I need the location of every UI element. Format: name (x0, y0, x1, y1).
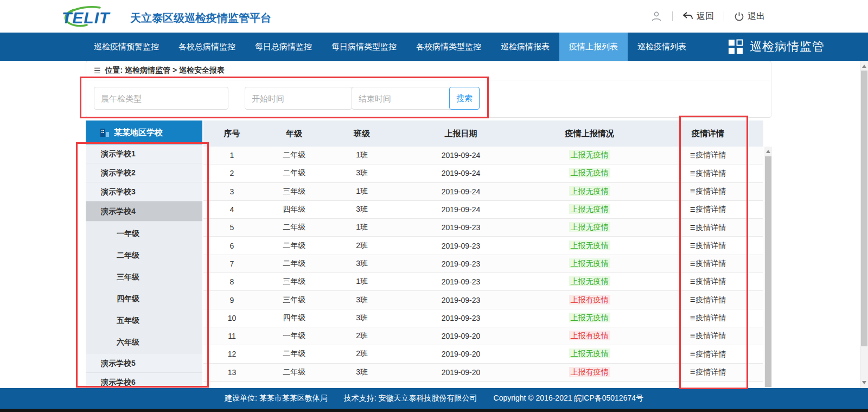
detail-link[interactable]: ☰疫情详情 (690, 187, 726, 197)
end-time-input[interactable] (352, 87, 459, 110)
table-scrollbar-thumb[interactable] (765, 156, 771, 387)
sidebar-item-school[interactable]: 演示学校3 (86, 182, 202, 201)
user-icon[interactable] (650, 10, 662, 22)
cell-detail: ☰疫情详情 (653, 150, 763, 161)
nav-item[interactable]: 巡检病情报表 (491, 33, 559, 61)
sidebar-item-grade[interactable]: 二年级 (86, 244, 202, 266)
detail-link[interactable]: ☰疫情详情 (690, 223, 726, 233)
nav-item[interactable]: 各校病情类型监控 (406, 33, 491, 61)
detail-label: 疫情详情 (696, 331, 726, 341)
check-type-input[interactable] (94, 87, 228, 110)
col-header-date: 上报日期 (396, 129, 526, 139)
power-icon (734, 11, 744, 22)
sidebar-item-grade[interactable]: 六年级 (86, 331, 202, 353)
building-icon (100, 128, 110, 137)
detail-link[interactable]: ☰疫情详情 (690, 367, 726, 377)
detail-label: 疫情详情 (696, 187, 726, 197)
cell-grade: 二年级 (260, 150, 328, 160)
cell-date: 2019-09-23 (396, 277, 526, 286)
detail-link[interactable]: ☰疫情详情 (690, 241, 726, 251)
back-button[interactable]: 返回 (682, 11, 714, 22)
scroll-up-icon[interactable] (766, 150, 770, 153)
status-badge: 上报无疫情 (569, 313, 610, 322)
sidebar-item-grade[interactable]: 五年级 (86, 309, 202, 331)
cell-detail: ☰疫情详情 (653, 223, 763, 233)
cell-status: 上报无疫情 (526, 259, 653, 269)
sidebar-item-grade[interactable]: 四年级 (86, 288, 202, 309)
col-header-status: 疫情上报情况 (526, 129, 653, 139)
table-scrollbar[interactable] (764, 147, 772, 387)
table-row: 6二年级2班2019-09-23上报无疫情☰疫情详情 (203, 237, 763, 255)
start-time-input[interactable] (245, 87, 352, 110)
hamburger-icon: ☰ (690, 224, 695, 231)
nav-item[interactable]: 每日总病情监控 (245, 33, 322, 61)
table-row: 11一年级2班2019-09-20上报有疫情☰疫情详情 (203, 327, 763, 345)
detail-label: 疫情详情 (696, 313, 726, 323)
sidebar-item-school[interactable]: 演示学校4 (86, 201, 202, 221)
grid-icon (728, 39, 743, 54)
nav-item[interactable]: 疫情上报列表 (559, 33, 628, 61)
content-card: ☰ 位置: 巡检病情监管 > 巡检安全报表 搜索 (86, 61, 771, 118)
cell-status: 上报无疫情 (526, 187, 653, 197)
cell-class: 1班 (328, 223, 396, 232)
scroll-down-icon[interactable] (862, 381, 866, 384)
scroll-up-icon[interactable] (862, 65, 866, 68)
table-body: 1二年级1班2019-09-24上报无疫情☰疫情详情2二年级3班2019-09-… (203, 147, 763, 382)
detail-link[interactable]: ☰疫情详情 (690, 205, 726, 214)
table-row: 5二年级1班2019-09-23上报无疫情☰疫情详情 (203, 219, 763, 237)
hamburger-icon: ☰ (690, 206, 695, 213)
detail-link[interactable]: ☰疫情详情 (690, 150, 726, 160)
status-badge: 上报无疫情 (569, 276, 610, 286)
cell-no: 4 (203, 205, 260, 214)
cell-status: 上报无疫情 (526, 241, 653, 251)
detail-link[interactable]: ☰疫情详情 (690, 277, 726, 287)
sidebar-item-grade[interactable]: 一年级 (86, 223, 202, 244)
sidebar-item-school[interactable]: 演示学校5 (86, 354, 202, 373)
table-row: 7二年级3班2019-09-23上报无疫情☰疫情详情 (203, 255, 763, 273)
sidebar-header[interactable]: 某某地区学校 (86, 121, 202, 144)
cell-class: 3班 (328, 313, 396, 323)
sidebar-item-school[interactable]: 演示学校1 (86, 144, 202, 163)
search-button[interactable]: 搜索 (449, 87, 480, 110)
detail-link[interactable]: ☰疫情详情 (690, 169, 726, 179)
detail-link[interactable]: ☰疫情详情 (690, 313, 726, 323)
nav-item[interactable]: 巡检疫情预警监控 (84, 33, 169, 61)
cell-grade: 四年级 (260, 205, 328, 214)
nav-item[interactable]: 每日病情类型监控 (322, 33, 406, 61)
detail-label: 疫情详情 (696, 350, 726, 359)
cell-date: 2019-09-23 (396, 314, 526, 322)
page: TELIT 天立泰区级巡检疫情监管平台 返回 (0, 0, 868, 412)
cell-class: 1班 (328, 150, 396, 160)
cell-status: 上报无疫情 (526, 313, 653, 323)
logout-button[interactable]: 退出 (734, 11, 765, 22)
status-badge: 上报无疫情 (569, 168, 610, 178)
nav-item[interactable]: 巡检疫情列表 (628, 33, 696, 61)
nav-menu: 巡检疫情预警监控各校总病情监控每日总病情监控每日病情类型监控各校病情类型监控巡检… (84, 33, 696, 61)
detail-link[interactable]: ☰疫情详情 (690, 295, 726, 305)
status-badge: 上报有疫情 (569, 331, 610, 340)
sidebar-item-grade[interactable]: 三年级 (86, 266, 202, 288)
detail-link[interactable]: ☰疫情详情 (690, 331, 726, 341)
cell-status: 上报有疫情 (526, 367, 653, 377)
cell-status: 上报无疫情 (526, 150, 653, 160)
page-scrollbar-thumb[interactable] (861, 71, 867, 346)
footer-copyright: Copyright © 2016-2021 皖ICP备05012674号 (494, 394, 643, 403)
cell-grade: 二年级 (260, 168, 328, 178)
hamburger-icon: ☰ (690, 369, 695, 376)
cell-grade: 二年级 (260, 223, 328, 232)
cell-status: 上报无疫情 (526, 349, 653, 359)
detail-link[interactable]: ☰疫情详情 (690, 259, 726, 269)
detail-link[interactable]: ☰疫情详情 (690, 350, 726, 359)
nav-item[interactable]: 各校总病情监控 (169, 33, 245, 61)
cell-date: 2019-09-23 (396, 296, 526, 305)
sidebar-item-school[interactable]: 演示学校2 (86, 163, 202, 182)
cell-detail: ☰疫情详情 (653, 349, 763, 359)
telit-logo: TELIT (61, 4, 125, 28)
main-nav: 巡检疫情预警监控各校总病情监控每日总病情监控每日病情类型监控各校病情类型监控巡检… (0, 33, 868, 61)
cell-grade: 三年级 (260, 277, 328, 287)
page-scrollbar[interactable] (860, 61, 868, 388)
col-header-no: 序号 (203, 129, 260, 139)
table-row: 8三年级1班2019-09-23上报无疫情☰疫情详情 (203, 273, 763, 291)
cell-no: 9 (203, 296, 260, 305)
cell-no: 7 (203, 259, 260, 268)
